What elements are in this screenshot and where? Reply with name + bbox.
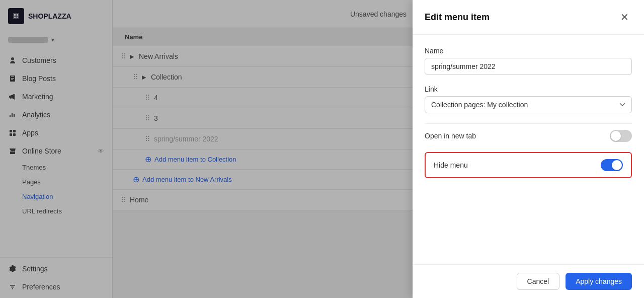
edit-menu-item-panel: Edit menu item ✕ Name Link Collection pa… [413,0,644,298]
name-field-group: Name [425,47,632,75]
panel-body: Name Link Collection pages: My collectio… [413,35,644,264]
link-select[interactable]: Collection pages: My collection Home Cat… [425,96,632,113]
name-label: Name [425,47,632,55]
panel-title: Edit menu item [425,12,490,23]
hide-menu-row: Hide menu [425,152,632,178]
hide-menu-toggle[interactable] [601,159,623,171]
panel-footer: Cancel Apply changes [413,264,644,298]
open-new-tab-toggle[interactable] [610,130,632,142]
panel-header: Edit menu item ✕ [413,0,644,35]
close-button[interactable]: ✕ [617,10,632,24]
link-field-group: Link Collection pages: My collection Hom… [425,85,632,113]
apply-changes-button[interactable]: Apply changes [566,273,632,290]
link-label: Link [425,85,632,93]
cancel-button[interactable]: Cancel [517,273,560,290]
open-new-tab-label: Open in new tab [425,132,476,140]
name-input[interactable] [425,58,632,75]
hide-menu-label: Hide menu [434,161,468,169]
open-new-tab-row: Open in new tab [425,123,632,148]
